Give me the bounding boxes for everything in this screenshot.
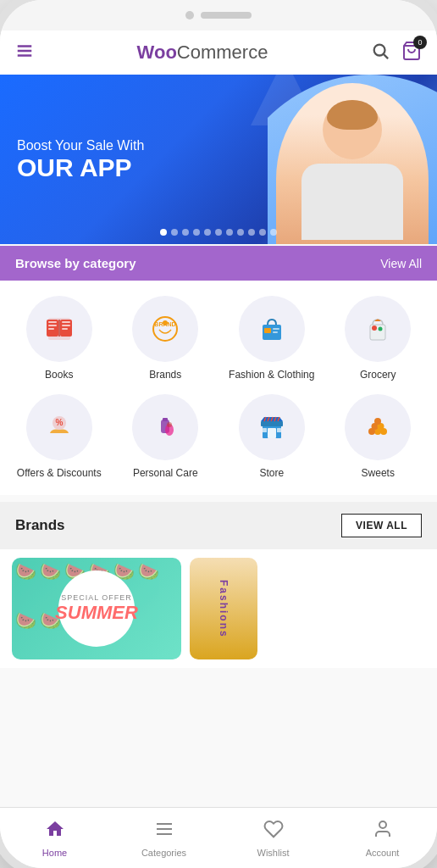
camera — [185, 11, 194, 19]
grocery-label: Grocery — [360, 369, 396, 382]
hero-banner[interactable]: Boost Your Sale With OUR APP — [0, 75, 437, 244]
phone-notch — [0, 0, 437, 31]
svg-point-18 — [163, 320, 168, 326]
svg-point-25 — [379, 327, 383, 331]
category-section-header: Browse by category View All — [0, 246, 437, 281]
app-content: WooCommerce 0 — [0, 31, 437, 807]
nav-wishlist[interactable]: Wishlist — [218, 808, 328, 868]
svg-rect-20 — [264, 328, 271, 333]
svg-rect-12 — [48, 328, 54, 330]
category-view-all[interactable]: View All — [380, 257, 422, 270]
grocery-icon — [345, 296, 411, 362]
dot-6[interactable] — [226, 229, 233, 236]
category-store[interactable]: Store — [224, 394, 319, 481]
svg-rect-13 — [62, 321, 70, 323]
svg-rect-22 — [273, 331, 278, 333]
svg-rect-11 — [48, 325, 57, 326]
search-icon[interactable] — [371, 42, 390, 64]
brands-label: Brands — [149, 369, 181, 382]
dot-3[interactable] — [193, 229, 200, 236]
banner-subtitle: Boost Your Sale With — [17, 138, 144, 153]
svg-rect-15 — [62, 328, 68, 330]
brands-scroll: 🍉 🍉 🍉 🍉 🍉 🍉 🍉 🍉 🍉 SPECIAL OFFER SUMMER — [0, 549, 437, 668]
fashion-icon — [239, 296, 305, 362]
dot-0[interactable] — [160, 229, 167, 236]
cart-badge: 0 — [413, 36, 427, 49]
app-logo: WooCommerce — [137, 42, 268, 64]
svg-text:%: % — [55, 418, 63, 427]
dot-8[interactable] — [248, 229, 255, 236]
svg-point-47 — [374, 418, 381, 425]
personal-care-icon — [132, 394, 198, 460]
categories-icon — [154, 819, 174, 844]
brand-card-summer[interactable]: 🍉 🍉 🍉 🍉 🍉 🍉 🍉 🍉 🍉 SPECIAL OFFER SUMMER — [12, 558, 181, 659]
category-fashion[interactable]: Fashion & Clothing — [224, 296, 319, 382]
category-books[interactable]: Books — [12, 296, 107, 382]
offers-icon: % — [26, 394, 92, 460]
svg-rect-34 — [268, 428, 276, 438]
header-actions: 0 — [371, 41, 422, 64]
brands-section-header: Brands VIEW ALL — [0, 502, 437, 549]
banner-dots — [160, 229, 277, 236]
heart-icon — [263, 819, 284, 844]
brand-card-fashion[interactable]: Fashions — [190, 558, 257, 659]
dot-5[interactable] — [215, 229, 222, 236]
banner-content: Boost Your Sale With OUR APP — [17, 138, 144, 181]
svg-line-4 — [384, 54, 388, 58]
brands-view-all-button[interactable]: VIEW ALL — [341, 514, 422, 537]
svg-point-24 — [372, 326, 377, 331]
cart-button[interactable]: 0 — [401, 41, 422, 64]
fashion-label: Fashion & Clothing — [229, 369, 314, 382]
banner-title: OUR APP — [17, 153, 144, 181]
header: WooCommerce 0 — [0, 31, 437, 75]
person-head — [323, 100, 382, 159]
phone-frame: WooCommerce 0 — [0, 0, 437, 868]
menu-icon[interactable] — [15, 42, 34, 64]
dot-2[interactable] — [182, 229, 189, 236]
dot-4[interactable] — [204, 229, 211, 236]
svg-point-51 — [379, 821, 386, 828]
personal-care-label: Personal Care — [133, 467, 198, 481]
person-body — [301, 164, 403, 240]
dot-1[interactable] — [171, 229, 178, 236]
account-label: Account — [366, 848, 400, 858]
dot-10[interactable] — [270, 229, 277, 236]
brands-icon: BRAND — [132, 296, 198, 362]
banner-person — [268, 75, 437, 244]
summer-text: SUMMER — [55, 602, 138, 624]
categories-grid: Books BRAND Brands — [0, 281, 437, 495]
home-label: Home — [42, 848, 67, 858]
store-label: Store — [259, 467, 284, 481]
svg-rect-21 — [273, 328, 279, 330]
sweets-icon — [345, 394, 411, 460]
sweets-label: Sweets — [362, 467, 395, 481]
bottom-nav: Home Categories Wishlist — [0, 807, 437, 868]
svg-rect-33 — [261, 421, 283, 426]
dot-9[interactable] — [259, 229, 266, 236]
category-offers[interactable]: % Offers & Discounts — [12, 394, 107, 481]
books-icon — [26, 296, 92, 362]
svg-rect-14 — [62, 325, 70, 326]
special-offer-text: SPECIAL OFFER — [61, 593, 132, 602]
speaker — [201, 12, 252, 19]
categories-label: Categories — [141, 848, 186, 858]
home-icon — [45, 819, 65, 844]
category-section-title: Browse by category — [15, 256, 136, 270]
nav-categories[interactable]: Categories — [109, 808, 218, 868]
category-sweets[interactable]: Sweets — [331, 394, 426, 481]
nav-account[interactable]: Account — [328, 808, 437, 868]
dot-7[interactable] — [237, 229, 244, 236]
category-personal-care[interactable]: Personal Care — [119, 394, 213, 481]
fashion-brand-text: Fashions — [218, 580, 230, 638]
store-icon — [239, 394, 305, 460]
nav-home[interactable]: Home — [0, 808, 109, 868]
wishlist-label: Wishlist — [257, 848, 290, 858]
svg-point-3 — [374, 45, 385, 56]
category-grocery[interactable]: Grocery — [331, 296, 426, 382]
category-brands[interactable]: BRAND Brands — [119, 296, 213, 382]
person-image — [276, 83, 429, 244]
svg-point-31 — [167, 422, 172, 427]
person-hair — [327, 100, 378, 130]
svg-rect-10 — [48, 321, 57, 323]
svg-rect-35 — [263, 428, 267, 432]
